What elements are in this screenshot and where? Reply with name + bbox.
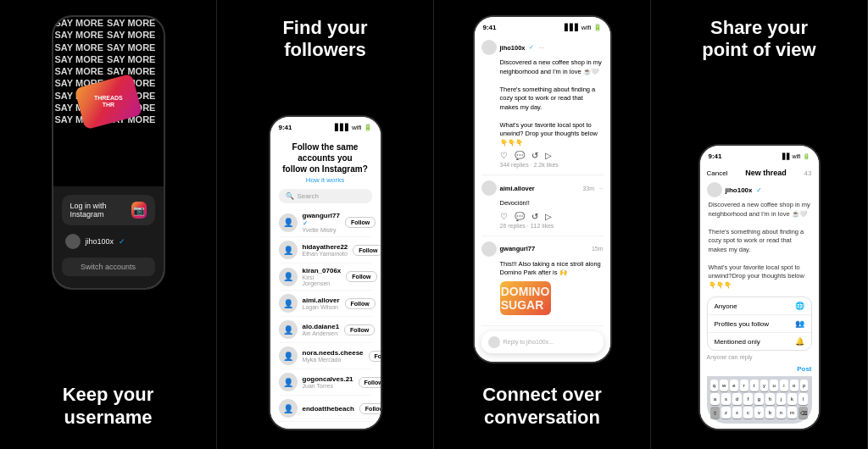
key-v[interactable]: v	[754, 407, 764, 419]
key-y[interactable]: y	[760, 380, 769, 391]
switch-accounts-button[interactable]: Switch accounts	[62, 258, 155, 276]
post3-image: DOMINOSUGAR	[500, 281, 551, 315]
follow-button-nora[interactable]: Follow	[369, 351, 381, 362]
key-t[interactable]: t	[750, 380, 759, 391]
avatar-kiran: 👤	[279, 268, 298, 286]
post3-username: gwangurl77	[500, 245, 536, 252]
like-icon-2[interactable]: ♡	[500, 212, 508, 221]
key-f[interactable]: f	[743, 393, 753, 405]
key-h[interactable]: h	[765, 393, 775, 405]
status-icons-4: ▋▋ wifi 🔋	[782, 153, 810, 160]
key-x[interactable]: x	[732, 407, 742, 419]
login-instagram-row[interactable]: Log in with Instagram 📷	[62, 195, 155, 225]
audience-mentioned-only[interactable]: Mentioned only 🔔	[708, 333, 811, 350]
key-s[interactable]: s	[721, 393, 731, 405]
phone-screen-1: SAY MORE SAY MORE SAY MORE SAY MORE SAY …	[53, 17, 164, 288]
follow-user-alo: 👤 alo.daiane1 Airi Andersen Follow	[279, 317, 372, 343]
follow-button-kiran[interactable]: Follow	[346, 271, 376, 282]
search-placeholder: Search	[298, 192, 319, 200]
compose-verified: ✓	[756, 186, 762, 194]
phone-status-icons-3: ▋▋▋ wifi 🔋	[565, 24, 602, 31]
repost-icon[interactable]: ↺	[531, 151, 538, 160]
post1-content: Discovered a new coffee shop in my neigh…	[481, 58, 604, 147]
wifi-icon: wifi	[352, 124, 362, 131]
user-avatar	[65, 234, 81, 249]
key-d[interactable]: d	[732, 393, 742, 405]
compose-screen: Cancel New thread 43 jiho100x ✓ Discover…	[700, 164, 819, 429]
compose-user-row: jiho100x ✓	[707, 182, 812, 197]
login-label: Log in with Instagram	[70, 202, 132, 219]
key-n[interactable]: n	[776, 407, 786, 419]
key-backspace[interactable]: ⌫	[798, 407, 808, 419]
post3-header: gwangurl77 15m	[481, 241, 604, 257]
post1-verified: ✓	[529, 44, 534, 51]
post3-time: 15m	[592, 246, 604, 252]
key-w[interactable]: w	[720, 380, 728, 391]
login-box: Log in with Instagram 📷 jiho100x ✓ Switc…	[53, 186, 164, 288]
key-u[interactable]: u	[770, 380, 778, 391]
key-z[interactable]: z	[721, 407, 731, 419]
comment-icon[interactable]: 💬	[515, 151, 525, 160]
key-m[interactable]: m	[787, 407, 797, 419]
audience-anyone[interactable]: Anyone 🌐	[708, 297, 811, 315]
post2-more[interactable]: ··	[599, 185, 603, 192]
thread-post-3: gwangurl77 15m This!!! Also taking a nic…	[481, 241, 604, 326]
post2-actions: ♡ 💬 ↺ ▷	[481, 212, 604, 221]
follow-user-gwangurl77: 👤 gwangurl77 ✓ Yvette Mistry Follow	[279, 208, 372, 237]
share-icon-2[interactable]: ▷	[545, 212, 552, 221]
post1-stats: 344 replies · 2.2k likes	[481, 162, 604, 168]
cancel-button[interactable]: Cancel	[707, 169, 728, 177]
user-info-gwangurl77: gwangurl77 ✓ Yvette Mistry	[303, 212, 340, 233]
follow-button-alo[interactable]: Follow	[344, 324, 375, 335]
search-bar[interactable]: 🔍 Search	[279, 189, 372, 203]
key-j[interactable]: j	[776, 393, 786, 405]
keyboard-row-3: ⇧ z x c v b n m ⌫	[710, 407, 809, 419]
like-icon[interactable]: ♡	[500, 151, 508, 160]
follow-user-kiran: 👤 kiran_0706x Kirsi Jorgensen Follow	[279, 263, 372, 291]
follow-button-endo[interactable]: Follow	[359, 403, 381, 414]
key-shift[interactable]: ⇧	[710, 407, 720, 419]
mention-icon: 🔔	[795, 337, 804, 346]
comment-icon-2[interactable]: 💬	[515, 212, 525, 221]
repost-icon-2[interactable]: ↺	[531, 212, 538, 221]
follow-button-gwangurl77[interactable]: Follow	[345, 217, 376, 228]
key-l[interactable]: l	[798, 393, 808, 405]
phone-mockup-3: 9:41 ▋▋▋ wifi 🔋 jiho100x ✓ ··· Discovere…	[475, 17, 610, 362]
key-b[interactable]: b	[765, 407, 775, 419]
verified-badge: ✓	[119, 237, 125, 246]
compose-text-area[interactable]: Discovered a new coffee shop in my neigh…	[707, 201, 812, 290]
follow-button-aimi[interactable]: Follow	[345, 298, 376, 309]
key-i[interactable]: i	[780, 380, 788, 391]
audience-profiles-follow[interactable]: Profiles you follow 👥	[708, 315, 811, 333]
key-e[interactable]: e	[730, 380, 738, 391]
username-row: jiho100x ✓	[62, 232, 155, 251]
keyboard: q w e r t y u i o p a s d f g h	[707, 376, 812, 424]
compose-header: Cancel New thread 43	[707, 169, 812, 177]
key-p[interactable]: p	[800, 380, 809, 391]
key-a[interactable]: a	[710, 393, 720, 405]
reply-bar[interactable]: Reply to jiho100x...	[481, 331, 604, 353]
search-icon: 🔍	[286, 192, 294, 200]
post2-content: Devoción!!	[481, 199, 604, 208]
post2-username: aimi.allover	[500, 185, 535, 192]
post1-more[interactable]: ···	[539, 44, 545, 52]
avatar-hidayathere22: 👤	[279, 241, 298, 259]
key-g[interactable]: g	[754, 393, 764, 405]
phone-time-3: 9:41	[483, 24, 497, 31]
phone-status-bar-3: 9:41 ▋▋▋ wifi 🔋	[475, 17, 610, 35]
follow-user-nora: 👤 nora.needs.cheese Myka Mercado Follow	[279, 343, 372, 369]
how-it-works-link[interactable]: How it works	[279, 176, 372, 184]
key-k[interactable]: k	[787, 393, 797, 405]
key-r[interactable]: r	[740, 380, 748, 391]
follow-button-gogo[interactable]: Follow	[359, 377, 381, 388]
share-icon[interactable]: ▷	[545, 151, 552, 160]
username-display: jiho100x	[86, 237, 114, 246]
follow-screen: Follow the same accounts you follow on I…	[270, 135, 381, 429]
follow-button-hidayathere22[interactable]: Follow	[353, 245, 380, 256]
key-o[interactable]: o	[790, 380, 798, 391]
panel1-title: Keep your username	[54, 384, 163, 429]
post-button[interactable]: Post	[797, 365, 811, 373]
key-c[interactable]: c	[743, 407, 753, 419]
key-q[interactable]: q	[710, 380, 719, 391]
phone-status-bar-2: 9:41 ▋▋▋ wifi 🔋	[270, 117, 381, 135]
